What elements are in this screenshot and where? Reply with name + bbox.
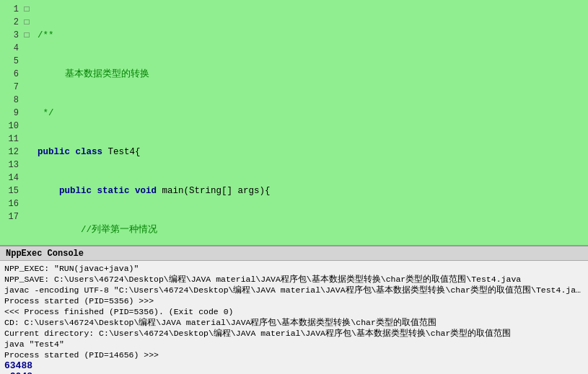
code-line-2: 基本数据类型的转换	[38, 68, 582, 81]
console-content[interactable]: NPP_EXEC: "RUN(javac+java)" NPP_SAVE: C:…	[0, 261, 588, 374]
console-header: NppExec Console	[0, 246, 588, 261]
code-line-3: */	[38, 107, 582, 120]
code-line-4: public class Test4{	[38, 146, 582, 159]
console-line-7: Current directory: C:\Users\46724\Deskto…	[4, 328, 584, 339]
console-line-9: Process started (PID=14656) >>>	[4, 349, 584, 360]
code-line-6: //列举第一种情况	[38, 223, 582, 236]
console-line-6: CD: C:\Users\46724\Desktop\编程\JAVA mater…	[4, 317, 584, 328]
console-line-8: java "Test4"	[4, 339, 584, 349]
console-line-2: NPP_SAVE: C:\Users\46724\Desktop\编程\JAVA…	[4, 274, 584, 285]
console-output-2: -2048	[4, 371, 584, 374]
console-line-1: NPP_EXEC: "RUN(javac+java)"	[4, 263, 584, 274]
fold-indicators: □ □ □	[22, 0, 32, 245]
code-line-5: public static void main(String[] args){	[38, 184, 582, 197]
code-line-1: /**	[38, 29, 582, 42]
console-line-3: javac -encoding UTF-8 "C:\Users\46724\De…	[4, 285, 584, 295]
console-area: NppExec Console NPP_EXEC: "RUN(javac+jav…	[0, 245, 588, 374]
console-line-5: <<< Process finished (PID=5356). (Exit c…	[4, 306, 584, 317]
editor-area: 1 2 3 4 5 6 7 8 9 10 11 12 13 14 15 16 1…	[0, 0, 588, 245]
console-output-1: 63488	[4, 360, 584, 371]
code-content[interactable]: /** 基本数据类型的转换 */ public class Test4{ pub…	[32, 0, 588, 245]
console-line-4: Process started (PID=5356) >>>	[4, 295, 584, 306]
line-numbers: 1 2 3 4 5 6 7 8 9 10 11 12 13 14 15 16 1…	[0, 0, 22, 245]
